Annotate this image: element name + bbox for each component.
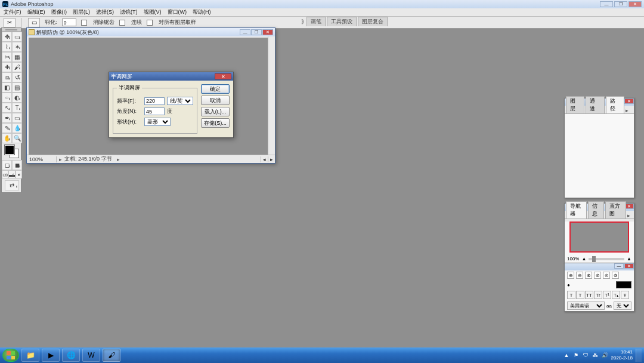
- char-icon-3[interactable]: ⊗: [585, 272, 592, 279]
- doc-close-button[interactable]: ✕: [262, 29, 273, 35]
- minimize-button[interactable]: —: [600, 1, 613, 7]
- menu-window[interactable]: 窗口(W): [168, 8, 187, 16]
- slice-tool[interactable]: ▦: [12, 52, 22, 62]
- zoom-tool[interactable]: 🔍: [12, 133, 22, 143]
- tab-navigator[interactable]: 导航器: [566, 201, 587, 219]
- marquee-tool[interactable]: ▭: [12, 32, 22, 42]
- menu-view[interactable]: 视图(V): [144, 8, 162, 16]
- crop-tool[interactable]: ✂: [2, 52, 12, 62]
- path-tool[interactable]: ↖: [2, 103, 12, 113]
- jump-to-imageready[interactable]: ⇄: [5, 180, 19, 190]
- stamp-tool[interactable]: ⧈: [2, 72, 12, 82]
- selection-mode-icon[interactable]: ▭: [28, 18, 40, 27]
- char-icon-2[interactable]: ⊖: [576, 272, 583, 279]
- style-t1[interactable]: T: [567, 291, 575, 299]
- tab-channels[interactable]: 通道: [586, 96, 604, 113]
- document-titlebar[interactable]: 解锁防伪 @ 100%(灰色/8) — ❐ ✕: [27, 28, 275, 36]
- doc-maximize-button[interactable]: ❐: [251, 29, 262, 35]
- hand-tool[interactable]: ✋: [2, 133, 12, 143]
- ok-button[interactable]: 确定: [201, 84, 230, 94]
- contiguous-checkbox[interactable]: [119, 20, 125, 26]
- taskbar-photoshop[interactable]: 🖌: [103, 349, 120, 362]
- dialog-titlebar[interactable]: 半调网屏 ✕: [109, 72, 233, 81]
- panel-close-button[interactable]: ✕: [624, 99, 634, 104]
- menu-image[interactable]: 图像(I): [51, 8, 67, 16]
- tab-layers[interactable]: 图层: [566, 96, 584, 113]
- blur-tool[interactable]: ○: [2, 93, 12, 103]
- close-button[interactable]: ✕: [628, 1, 642, 7]
- history-brush-tool[interactable]: ↺: [12, 72, 22, 82]
- style-strike[interactable]: Ŧ: [621, 291, 629, 299]
- menu-help[interactable]: 帮助(H): [193, 8, 211, 16]
- language-select[interactable]: 美国英语: [567, 302, 605, 310]
- panel-close-button[interactable]: ✕: [624, 263, 634, 269]
- tab-histogram[interactable]: 直方图: [605, 201, 626, 219]
- status-dropdown-icon[interactable]: ▸: [117, 156, 120, 162]
- antialias-select[interactable]: 无: [614, 302, 631, 310]
- dock-chevron-icon[interactable]: ⟫: [301, 19, 304, 24]
- antialias-checkbox[interactable]: [81, 20, 87, 26]
- zoom-out-icon[interactable]: ▲: [581, 256, 586, 262]
- wand-tool[interactable]: ✶: [12, 42, 22, 52]
- notes-tool[interactable]: ✎: [2, 123, 12, 133]
- char-icon-6[interactable]: ⊚: [612, 272, 619, 279]
- standard-mode[interactable]: ◻: [2, 160, 12, 170]
- style-tt[interactable]: TT: [585, 291, 593, 299]
- move-tool[interactable]: ✥: [2, 32, 12, 42]
- show-desktop-button[interactable]: [636, 349, 642, 362]
- screen-full[interactable]: ▪: [16, 170, 22, 179]
- start-button[interactable]: [2, 349, 19, 362]
- menu-filter[interactable]: 滤镜(T): [120, 8, 138, 16]
- menu-file[interactable]: 文件(F): [4, 8, 21, 16]
- dock-tab-layercomps[interactable]: 图层复合: [358, 17, 388, 26]
- foreground-color[interactable]: [5, 145, 14, 155]
- load-button[interactable]: 载入(L)...: [201, 107, 230, 116]
- dialog-close-button[interactable]: ✕: [215, 73, 231, 79]
- menu-select[interactable]: 选择(S): [96, 8, 114, 16]
- maximize-button[interactable]: ❐: [614, 1, 627, 7]
- lasso-tool[interactable]: ⌇: [2, 42, 12, 52]
- save-button[interactable]: 存储(S)...: [201, 118, 230, 128]
- taskbar-ie[interactable]: 🌐: [62, 349, 80, 362]
- menu-layer[interactable]: 图层(L): [73, 8, 90, 16]
- dodge-tool[interactable]: ◐: [12, 93, 22, 103]
- style-t2[interactable]: T: [576, 291, 584, 299]
- zoom-slider[interactable]: [589, 258, 624, 260]
- nav-zoom-value[interactable]: 100%: [567, 256, 579, 262]
- tray-net-icon[interactable]: 🖧: [592, 352, 599, 359]
- style-sub[interactable]: T₁: [612, 291, 620, 299]
- tray-up-icon[interactable]: ▲: [564, 352, 570, 359]
- panel-menu-icon[interactable]: ▸: [627, 213, 633, 219]
- menu-edit[interactable]: 编辑(E): [27, 8, 45, 16]
- brush-tool[interactable]: 🖌: [12, 62, 22, 72]
- tray-shield-icon[interactable]: 🛡: [583, 352, 589, 359]
- dock-tab-brushes[interactable]: 画笔: [306, 17, 326, 26]
- cancel-button[interactable]: 取消: [201, 96, 230, 105]
- eraser-tool[interactable]: ◧: [2, 82, 12, 93]
- shape-tool[interactable]: ▭: [12, 113, 22, 123]
- shape-select[interactable]: 菱形: [144, 118, 171, 126]
- doc-minimize-button[interactable]: —: [240, 29, 250, 35]
- tool-preset-icon[interactable]: ✂: [4, 18, 16, 27]
- color-wells[interactable]: [5, 145, 19, 158]
- heal-tool[interactable]: ✚: [2, 62, 12, 72]
- pen-tool[interactable]: ✒: [2, 113, 12, 123]
- frequency-input[interactable]: [144, 97, 165, 105]
- angle-input[interactable]: [144, 107, 165, 115]
- feather-input[interactable]: [62, 19, 76, 26]
- zoom-field[interactable]: 100%: [27, 156, 57, 162]
- panel-menu-icon[interactable]: ▸: [626, 107, 633, 113]
- clock[interactable]: 10:41 2020-2-18: [611, 349, 633, 361]
- tab-paths[interactable]: 路径: [606, 96, 624, 113]
- scroll-right-icon[interactable]: ▸: [268, 156, 275, 162]
- paths-list[interactable]: [565, 114, 634, 198]
- type-tool[interactable]: T: [12, 103, 22, 113]
- screen-full-menu[interactable]: ▬: [8, 170, 16, 179]
- taskbar-word[interactable]: W: [82, 349, 100, 362]
- eyedropper-tool[interactable]: 💧: [12, 123, 22, 133]
- char-icon-5[interactable]: ⊙: [603, 272, 610, 279]
- taskbar-explorer[interactable]: 📁: [21, 349, 39, 362]
- char-icon-4[interactable]: ⊘: [594, 272, 601, 279]
- scroll-left-icon[interactable]: ◂: [261, 156, 268, 162]
- quickmask-mode[interactable]: ◼: [12, 160, 22, 170]
